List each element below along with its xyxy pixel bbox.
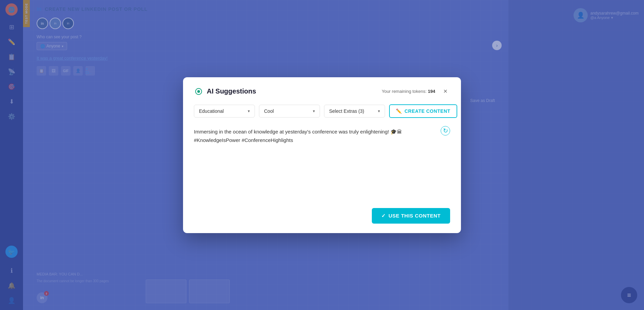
dropdowns-row: Educational ▾ Cool ▾ Select Extras (3) ▾… <box>194 104 450 118</box>
modal-close-button[interactable]: × <box>441 87 450 96</box>
modal-title-row: AI Suggestions <box>194 87 256 96</box>
extras-dropdown[interactable]: Select Extras (3) ▾ <box>324 105 385 118</box>
ai-suggestions-modal: AI Suggestions Your remaining tokens: 19… <box>183 77 461 233</box>
ai-generated-text: Immersing in the ocean of knowledge at y… <box>194 126 450 145</box>
edit-icon: ✏️ <box>396 108 402 114</box>
modal-header: AI Suggestions Your remaining tokens: 19… <box>194 87 450 96</box>
checkmark-icon: ✓ <box>381 213 386 219</box>
generated-content-area: ↻ Immersing in the ocean of knowledge at… <box>194 126 450 194</box>
ai-logo-icon <box>194 87 203 96</box>
use-content-button[interactable]: ✓ USE THIS CONTENT <box>372 208 450 224</box>
create-content-button[interactable]: ✏️ CREATE CONTENT <box>389 104 457 118</box>
tone-value: Educational <box>199 108 224 114</box>
modal-footer: ✓ USE THIS CONTENT <box>194 203 450 224</box>
style-dropdown[interactable]: Cool ▾ <box>259 105 320 118</box>
tone-dropdown[interactable]: Educational ▾ <box>194 105 255 118</box>
refresh-button[interactable]: ↻ <box>441 126 450 136</box>
extras-chevron-icon: ▾ <box>378 109 380 113</box>
tone-chevron-icon: ▾ <box>248 109 250 113</box>
style-value: Cool <box>264 108 274 114</box>
extras-value: Select Extras (3) <box>329 108 364 114</box>
modal-header-right: Your remaining tokens: 194 × <box>382 87 450 96</box>
svg-point-0 <box>197 90 200 93</box>
modal-title: AI Suggestions <box>207 87 256 95</box>
tokens-count: 194 <box>428 89 435 94</box>
modal-overlay: AI Suggestions Your remaining tokens: 19… <box>0 0 644 310</box>
tokens-label: Your remaining tokens: 194 <box>382 89 435 94</box>
style-chevron-icon: ▾ <box>313 109 315 113</box>
